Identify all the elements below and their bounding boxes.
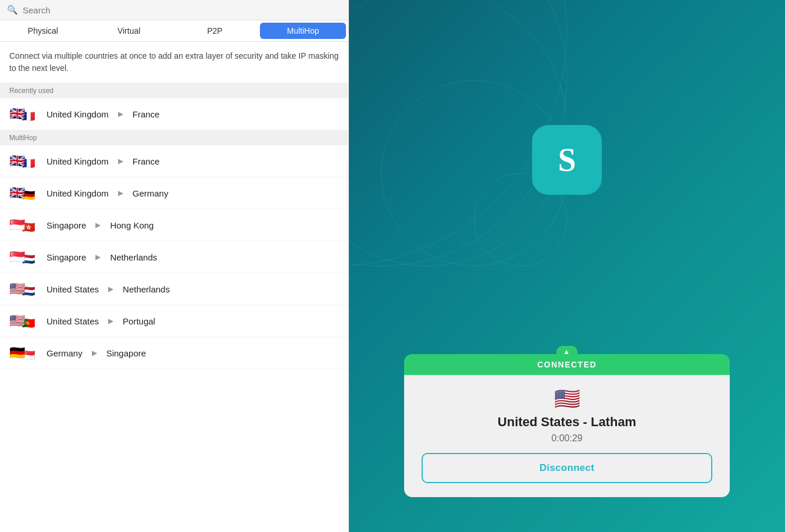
to-label-1: Germany (133, 188, 169, 198)
search-icon: 🔍 (7, 5, 18, 15)
list-item[interactable]: 🇺🇸 🇳🇱 United States ▶ Netherlands (0, 273, 348, 305)
from-label-3: Singapore (47, 252, 86, 262)
list-item[interactable]: 🇬🇧 🇫🇷 United Kingdom ▶ France (0, 145, 348, 177)
search-input[interactable] (23, 5, 341, 15)
tab-p2p[interactable]: P2P (172, 20, 258, 41)
arrow-icon-6: ▶ (92, 349, 97, 357)
connection-timer: 0:00:29 (551, 433, 582, 444)
flag-uk-recent: 🇬🇧 (9, 106, 25, 122)
flags-5: 🇺🇸 🇵🇹 (9, 313, 40, 329)
connection-location: United States - Latham (498, 415, 636, 430)
flags-0: 🇬🇧 🇫🇷 (9, 153, 40, 169)
list-item[interactable]: 🇸🇬 🇭🇰 Singapore ▶ Hong Kong (0, 209, 348, 241)
to-label-5: Portugal (123, 316, 155, 326)
flags-uk-fr-recent: 🇬🇧 🇫🇷 (9, 106, 40, 122)
tab-physical[interactable]: Physical (0, 20, 86, 41)
logo-background: S (532, 125, 602, 195)
app-logo: S (532, 125, 602, 195)
list-item[interactable]: 🇸🇬 🇳🇱 Singapore ▶ Netherlands (0, 241, 348, 273)
flags-4: 🇺🇸 🇳🇱 (9, 281, 40, 297)
search-bar: 🔍 (0, 0, 348, 20)
to-label-3: Netherlands (110, 252, 157, 262)
left-panel: 🔍 Physical Virtual P2P MultiHop Connect … (0, 0, 349, 532)
to-label-4: Netherlands (123, 284, 170, 294)
flag-from-1: 🇬🇧 (9, 185, 25, 201)
from-label-6: Germany (47, 348, 83, 358)
list-item[interactable]: 🇩🇪 🇸🇬 Germany ▶ Singapore (0, 337, 348, 369)
from-label-5: United States (47, 316, 99, 326)
list-item[interactable]: 🇺🇸 🇵🇹 United States ▶ Portugal (0, 305, 348, 337)
flags-1: 🇬🇧 🇩🇪 (9, 185, 40, 201)
to-label-6: Singapore (106, 348, 146, 358)
connection-flag: 🇺🇸 (554, 387, 580, 411)
flag-from-5: 🇺🇸 (9, 313, 25, 329)
multihop-description: Connect via multiple countries at once t… (0, 42, 348, 83)
right-panel: S ▲ CONNECTED 🇺🇸 United States - Latham … (349, 0, 785, 532)
flag-from-3: 🇸🇬 (9, 249, 25, 265)
arrow-icon-4: ▶ (108, 285, 113, 293)
flag-from-0: 🇬🇧 (9, 153, 25, 169)
disconnect-button[interactable]: Disconnect (422, 453, 712, 483)
connected-status-label: CONNECTED (537, 360, 597, 369)
card-body: 🇺🇸 United States - Latham 0:00:29 Discon… (404, 375, 730, 497)
arrow-icon-0: ▶ (118, 157, 123, 165)
connected-card: ▲ CONNECTED 🇺🇸 United States - Latham 0:… (404, 354, 730, 497)
multihop-section-header: MultiHop (0, 130, 348, 145)
recently-used-header: Recently used (0, 83, 348, 98)
from-label-recent: United Kingdom (47, 109, 109, 119)
flags-6: 🇩🇪 🇸🇬 (9, 345, 40, 360)
list-item[interactable]: 🇬🇧 🇩🇪 United Kingdom ▶ Germany (0, 177, 348, 209)
logo-letter: S (558, 144, 576, 176)
arrow-icon-1: ▶ (118, 189, 123, 197)
from-label-0: United Kingdom (47, 156, 109, 166)
arrow-icon-recent: ▶ (118, 110, 123, 118)
connected-badge: ▲ CONNECTED (404, 354, 730, 375)
arrow-icon-3: ▶ (95, 253, 101, 261)
arrow-icon-2: ▶ (95, 221, 101, 229)
flags-2: 🇸🇬 🇭🇰 (9, 217, 40, 233)
flag-from-2: 🇸🇬 (9, 217, 25, 233)
from-label-2: Singapore (47, 220, 86, 230)
flag-from-6: 🇩🇪 (9, 345, 25, 360)
tab-virtual[interactable]: Virtual (86, 20, 172, 41)
tab-multihop[interactable]: MultiHop (260, 23, 346, 39)
from-label-4: United States (47, 284, 99, 294)
list-item[interactable]: 🇬🇧 🇫🇷 United Kingdom ▶ France (0, 98, 348, 130)
chevron-up-icon[interactable]: ▲ (556, 346, 577, 358)
to-label-recent: France (133, 109, 160, 119)
from-label-1: United Kingdom (47, 188, 109, 198)
arrow-icon-5: ▶ (108, 317, 113, 325)
flags-3: 🇸🇬 🇳🇱 (9, 249, 40, 265)
to-label-0: France (133, 156, 160, 166)
tabs-container: Physical Virtual P2P MultiHop (0, 20, 348, 42)
to-label-2: Hong Kong (110, 220, 154, 230)
flag-from-4: 🇺🇸 (9, 281, 25, 297)
